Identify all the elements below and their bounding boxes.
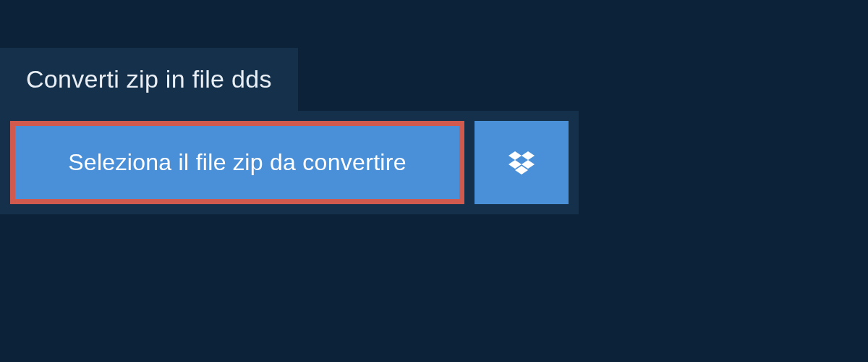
upload-panel: Seleziona il file zip da convertire [0,111,579,214]
select-file-button[interactable]: Seleziona il file zip da convertire [10,121,464,204]
dropbox-icon [507,148,536,177]
dropbox-button[interactable] [475,121,569,204]
header-tab: Converti zip in file dds [0,48,298,111]
page-title: Converti zip in file dds [26,65,272,93]
